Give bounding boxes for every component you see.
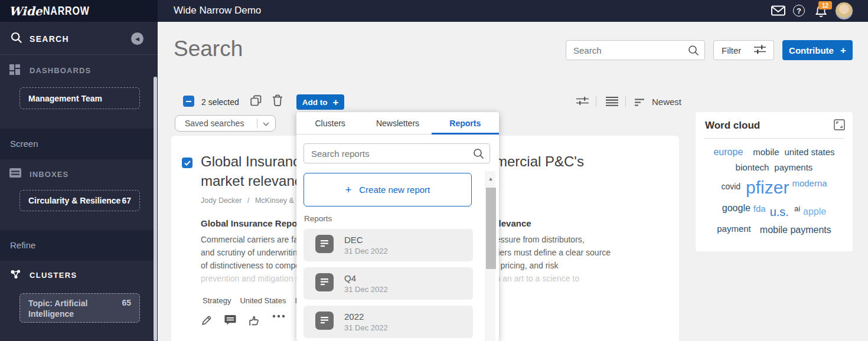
search-icon[interactable] [473,148,484,162]
select-all-checkbox[interactable] [183,96,194,107]
scroll-up-arrow-icon[interactable]: ▲ [486,176,495,182]
tag[interactable]: Strategy [203,296,231,305]
word-cloud-body: europe mobile united states biontech pay… [699,144,849,237]
add-to-button[interactable]: Add to + [296,94,344,110]
mail-icon[interactable] [771,5,785,18]
word-cloud-term[interactable]: fda [753,204,766,214]
tab-clusters[interactable]: Clusters [296,112,364,134]
logo-narrow: NARROW [43,4,90,18]
divider [704,138,844,139]
popup-scrollbar[interactable]: ▲ [485,171,495,341]
tab-label: Newsletters [376,119,419,128]
sort-newest-label[interactable]: Newest [652,97,681,107]
divider [625,96,626,107]
word-cloud-term[interactable]: europe [713,147,743,158]
sort-icon[interactable] [635,98,645,109]
comment-icon[interactable] [224,314,236,326]
word-cloud-term[interactable]: ai [794,204,800,213]
report-name: Q4 [344,273,388,283]
user-avatar[interactable] [835,2,853,20]
notification-count-badge: 12 [818,1,832,9]
main-search-input[interactable] [566,41,704,60]
article-checkbox[interactable] [182,158,192,168]
sidebar-inboxes-label: INBOXES [30,170,68,179]
inbox-item-count: 67 [122,196,131,205]
edit-pencil-icon[interactable] [201,314,213,326]
dashboard-item-label: Management Team [28,94,102,103]
help-icon[interactable]: ? [793,5,805,17]
filter-button[interactable]: Filter [713,40,774,60]
report-item-dec[interactable]: DEC 31 Dec 2022 [304,229,473,261]
word-cloud-term[interactable]: google [722,203,750,214]
add-to-popup: Clusters Newsletters Reports + Create ne… [296,112,499,341]
article-author[interactable]: Jody Decker [201,196,242,205]
filter-sliders-icon [754,44,766,57]
report-name: 2022 [344,312,388,322]
app-title: Wide Narrow Demo [174,5,261,17]
refine-section-header: Refine [0,230,158,261]
sidebar-dashboards-label: DASHBOARDS [30,66,91,75]
sidebar-item-management-team[interactable]: Management Team [19,87,140,109]
report-item-2022[interactable]: 2022 31 Dec 2022 [304,306,473,338]
sidebar-scrollbar[interactable] [154,77,157,341]
word-cloud-term[interactable]: apple [803,206,826,217]
selected-count-label: 2 selected [201,97,239,107]
delete-trash-icon[interactable] [272,94,283,109]
indeterminate-minus-icon [186,101,191,102]
tab-newsletters[interactable]: Newsletters [364,112,431,134]
article-actions [201,314,285,326]
report-document-icon [315,235,334,255]
report-date: 31 Dec 2022 [344,285,388,294]
sidebar-item-topic-artificial-intelligence[interactable]: Topic: Artificial Intelligence 65 [19,293,140,323]
report-name: DEC [344,235,388,245]
duplicate-icon[interactable] [250,95,262,109]
word-cloud-term[interactable]: mobile [753,147,779,157]
word-cloud-term[interactable]: biontech [736,162,769,172]
word-cloud-term[interactable]: payments [774,162,812,172]
word-cloud-term[interactable]: pfizer [746,178,789,198]
sidebar-clusters-label: CLUSTERS [30,271,77,280]
app-window: Wide NARROW Wide Narrow Demo ? 12 SEARCH… [0,0,868,341]
filter-button-label: Filter [722,45,741,55]
sidebar-item-search[interactable]: SEARCH ◀ [0,22,158,55]
more-options-ellipsis-icon[interactable] [272,314,285,326]
report-document-icon [315,273,334,294]
tab-label: Reports [449,119,481,128]
page-title: Search [174,37,243,61]
word-cloud-term[interactable]: united states [784,147,834,157]
report-item-q4[interactable]: Q4 31 Dec 2022 [304,267,473,300]
scrollbar-thumb[interactable] [486,188,496,269]
contribute-button-label: Contribute [789,45,834,55]
report-date: 31 Dec 2022 [344,323,388,332]
word-cloud-term[interactable]: u.s. [770,205,789,219]
inboxes-icon [9,168,21,181]
create-new-report-button[interactable]: + Create new report [304,173,472,206]
divider [596,96,596,107]
logo[interactable]: Wide NARROW [0,0,158,22]
sidebar-collapse-button[interactable]: ◀ [131,32,143,45]
saved-searches-dropdown[interactable]: Saved searches [175,115,276,132]
search-icon [11,32,22,46]
refine-header-label: Refine [10,240,35,250]
expand-icon[interactable] [834,119,845,133]
check-icon [184,160,191,166]
create-report-label: Create new report [359,185,430,195]
search-icon[interactable] [688,45,699,58]
cluster-item-count: 65 [122,298,131,307]
sidebar-search-label: SEARCH [30,34,69,44]
tag[interactable]: United States [240,296,286,305]
tab-reports[interactable]: Reports [432,112,499,134]
saved-searches-label: Saved searches [185,119,244,128]
word-cloud-term[interactable]: payment [717,224,751,234]
word-cloud-term[interactable]: mobile payments [760,225,831,235]
sidebar-item-circularity-resilience[interactable]: Circularity & Resilience 67 [19,190,140,211]
word-cloud-term[interactable]: covid [721,182,740,191]
view-sliders-icon[interactable] [576,96,589,109]
list-view-icon[interactable] [606,96,618,109]
thumbs-up-icon[interactable] [248,314,260,326]
word-cloud-term[interactable]: moderna [792,178,827,188]
report-search-input[interactable] [304,144,490,163]
tab-label: Clusters [315,119,345,128]
plus-icon: + [840,45,846,55]
contribute-button[interactable]: Contribute + [782,40,853,60]
